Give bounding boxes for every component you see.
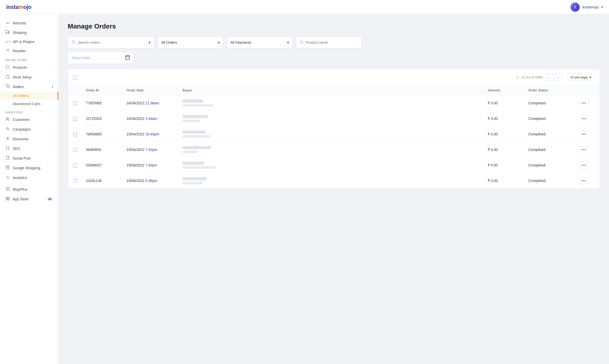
sidebar-item-shipping[interactable]: Shipping	[0, 28, 58, 37]
sidebar-item-social-post[interactable]: Social Post	[0, 153, 58, 163]
svg-point-7	[8, 139, 9, 139]
calendar-icon	[125, 55, 130, 61]
pagination-info: 1 - 10 out of 9509	[517, 75, 543, 79]
buyer-cell	[183, 162, 488, 169]
sidebar-item-orders[interactable]: Orders ▾	[0, 82, 58, 92]
row-more-button[interactable]	[579, 100, 588, 107]
sidebar-item-analytics[interactable]: Analytics	[0, 173, 58, 183]
main-content: Manage Orders ▾ All Orders ▾ All Payment…	[59, 14, 609, 364]
sidebar-item-seo[interactable]: SEO ›	[0, 144, 58, 153]
order-amount: ₹ 0.00	[488, 179, 528, 183]
buyer-email-blurred	[183, 104, 213, 107]
sidebar-item-campaigns[interactable]: Campaigns ›	[0, 124, 58, 134]
sidebar-item-mojoplus[interactable]: MojoPlus	[0, 185, 58, 194]
buyer-email-blurred	[183, 151, 198, 153]
chevron-right-icon: ›	[52, 138, 53, 141]
sidebar-item-products[interactable]: Products ›	[0, 63, 58, 72]
sidebar-item-reseller[interactable]: Reseller	[0, 46, 58, 56]
search-input[interactable]	[78, 40, 147, 45]
all-orders-dropdown[interactable]: All Orders ▾	[157, 36, 224, 49]
search-icon	[72, 40, 76, 45]
analytics-icon	[5, 175, 10, 180]
search-orders-input[interactable]: ▾	[68, 36, 154, 49]
row-checkbox[interactable]	[73, 163, 77, 167]
table-row: 56489991 23/04/2022 7:32pm ₹ 0.00 Comple…	[68, 142, 600, 158]
sidebar-item-label: Discounts	[13, 137, 28, 141]
row-more-button[interactable]	[579, 131, 588, 138]
sidebar-item-discounts[interactable]: Discounts ›	[0, 134, 58, 144]
sidebar-sub-item-label: All Orders	[13, 94, 29, 98]
buyer-cell	[183, 146, 488, 153]
table-row: 53588027 23/04/2022 7:30pm ₹ 0.00 Comple…	[68, 158, 600, 173]
sidebar-sub-item-abandoned-carts[interactable]: Abandoned Carts	[0, 100, 58, 108]
sidebar-sub-item-all-orders[interactable]: All Orders	[0, 92, 58, 100]
sidebar: ↩ Refunds Shipping </> API & Plugins Res…	[0, 14, 59, 364]
sidebar-item-refunds[interactable]: ↩ Refunds	[0, 18, 58, 28]
discounts-icon	[5, 136, 10, 142]
order-date: 23/04/2022 5:36pm	[127, 179, 183, 183]
order-amount: ₹ 0.00	[488, 163, 528, 167]
sidebar-item-label: MojoPlus	[13, 187, 27, 191]
svg-point-1	[6, 33, 7, 34]
next-page-button[interactable]: ›	[554, 73, 562, 81]
row-more-button[interactable]	[579, 177, 588, 184]
app-store-icon	[5, 197, 10, 202]
row-checkbox[interactable]	[73, 179, 77, 183]
row-more-button[interactable]	[579, 146, 588, 153]
select-all-checkbox[interactable]	[73, 75, 77, 79]
sidebar-item-label: Campaigns	[13, 127, 31, 131]
order-id: 77655985	[86, 101, 127, 105]
row-checkbox[interactable]	[73, 132, 77, 136]
svg-point-6	[7, 138, 8, 138]
svg-rect-20	[8, 199, 9, 200]
order-time: 10:40pm	[145, 132, 159, 136]
buyer-cell	[183, 100, 488, 107]
buyer-cell	[183, 131, 488, 138]
sidebar-item-label: Customers	[13, 118, 30, 122]
logo[interactable]: instamojo	[6, 4, 31, 10]
logo-dot: m	[19, 4, 23, 10]
row-checkbox[interactable]	[73, 148, 77, 152]
sidebar-item-app-store[interactable]: App Store 89	[0, 194, 58, 204]
product-name-input[interactable]	[296, 36, 362, 49]
col-header-status: Order Status	[528, 88, 579, 92]
sidebar-item-store-setup[interactable]: Store Setup ›	[0, 72, 58, 82]
row-checkbox[interactable]	[73, 117, 77, 121]
campaigns-icon	[5, 127, 10, 132]
sidebar-item-label: API & Plugins	[13, 40, 35, 44]
order-status: Completed	[528, 117, 579, 121]
customers-icon	[5, 117, 10, 122]
sidebar-item-label: App Store	[13, 197, 29, 201]
order-amount: ₹ 0.00	[488, 148, 528, 152]
row-more-button[interactable]	[579, 162, 588, 169]
sidebar-sub-item-label: Abandoned Carts	[13, 102, 40, 106]
all-payments-label: All Payments	[230, 40, 285, 45]
table-body: 77655985 24/04/2022 11:36am ₹ 0.00 Compl…	[68, 95, 600, 188]
order-status: Completed	[528, 148, 579, 152]
sidebar-item-label: Store Setup	[13, 75, 32, 79]
row-more-button[interactable]	[579, 115, 588, 122]
svg-point-5	[6, 118, 8, 119]
chevron-right-icon: ›	[52, 66, 53, 69]
per-page-dropdown[interactable]: 10 per page ▾	[567, 74, 594, 81]
user-menu[interactable]: I Instamojo ▾	[571, 3, 603, 12]
table-header-controls: 1 - 10 out of 9509 ‹ › 10 per page ▾	[68, 69, 600, 85]
row-checkbox[interactable]	[73, 101, 77, 105]
sidebar-item-customers[interactable]: Customers ›	[0, 115, 58, 124]
date-filter[interactable]: Select Date	[68, 52, 134, 64]
prev-page-button[interactable]: ‹	[546, 73, 553, 81]
svg-rect-19	[6, 199, 7, 200]
buyer-name-blurred	[183, 100, 203, 103]
order-status: Completed	[528, 101, 579, 105]
sidebar-item-google-shopping[interactable]: Google Shopping	[0, 163, 58, 173]
store-icon	[5, 75, 10, 80]
buyer-email-blurred	[183, 135, 211, 138]
svg-rect-23	[126, 55, 130, 59]
sidebar-item-api-plugins[interactable]: </> API & Plugins	[0, 37, 58, 46]
order-date: 24/04/2022 11:36am	[127, 101, 183, 105]
all-payments-dropdown[interactable]: All Payments ▾	[227, 36, 293, 49]
product-name-field[interactable]	[306, 40, 358, 45]
filter-row-1: ▾ All Orders ▾ All Payments ▾	[68, 36, 600, 49]
product-search-icon	[300, 40, 304, 45]
date-label: Select Date	[72, 56, 122, 60]
